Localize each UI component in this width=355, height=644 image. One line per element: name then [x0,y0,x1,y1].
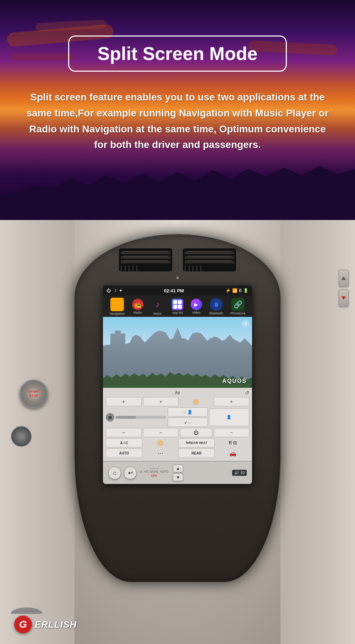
radio-icon: 📻 [132,299,143,310]
dot-2 [152,468,153,469]
status-left-icons: ⏻ ☽ ✦ [106,288,122,293]
right-temp-plus[interactable]: + [214,397,250,406]
airflow-buttons: → 👤 ↙ ⌣ [168,407,208,427]
brand-logo: G ERLLISH [14,616,77,633]
climate-indicators: 🌡 A/C DUAL AUTO OFF [140,468,169,478]
vent-slat [121,256,170,259]
vent-slat [185,251,234,254]
vent-vertical-slats-right [185,265,234,271]
home-button[interactable]: ⌂ [108,467,121,479]
power-btn-climate[interactable]: ⏻ [180,428,212,437]
vent-vertical-slats [121,265,170,271]
speaker-icon: 🔊 [234,470,239,475]
app-radio[interactable]: 📻 Radio [132,299,143,314]
climate-title: Air [154,390,202,395]
dot-3 [153,468,154,469]
brightness-icon: ✦ [119,288,122,293]
bluetooth-icon-circle: ʙ [210,298,223,311]
radio-label: Radio [133,311,142,314]
left-temp-plus[interactable]: + [106,397,142,406]
rear-heat-icon: 🌬 [186,441,189,445]
page-title: Split Screen Mode [98,43,258,64]
refresh-icon: ↺ [243,321,247,326]
auto-button[interactable]: AUTO [106,448,142,458]
mountain-layer-front [0,156,355,220]
climate-refresh-button[interactable]: ↺ [201,390,249,396]
climate-power[interactable]: ⏻ [180,428,212,437]
brand-name: ERLLISH [35,619,77,630]
vent-slat [121,260,170,263]
wifi-icon: 📶 [232,288,237,293]
off-label: OFF [151,474,157,478]
volume-controls: ▲ ▼ [173,464,183,481]
right-seat-btn[interactable]: 👤 [209,408,249,426]
grid-cell [178,300,182,304]
start-stop-label: STARTSTOP [28,390,39,398]
screen-unit: ⏻ ☽ ✦ 02:41 PM ⚡ 📶 B 🔋 [103,286,252,484]
climate-row-controls: ⊕ → 👤 ↙ ⌣ 👤 [106,407,249,427]
volume-up-button[interactable]: ▲ [173,464,183,472]
indicator-dot [176,277,179,279]
brand-letter: G [19,619,27,630]
dot-4 [155,468,156,469]
up-arrow-icon [342,276,346,280]
left-temp-minus[interactable]: − [106,428,142,437]
status-time: 02:41 PM [122,288,225,293]
climate-row-ac: A / C 🔆 🌬 REAR HEAT R ⊟ [106,438,249,447]
dot-1 [150,468,151,469]
phonelink-label: PhoneLink [230,312,246,315]
status-right-icons: ⚡ 📶 B 🔋 [225,288,248,293]
music-note-icon: ♪ [155,300,159,309]
fan-slider-fill [116,416,136,419]
navigation-label: Navigation [109,312,125,315]
fan-speed-minus[interactable]: − [143,428,179,437]
off-indicator: OFF [151,474,157,478]
app-music[interactable]: ♪ Music [151,298,164,315]
ac-button[interactable]: A / C [106,438,142,447]
app-navigation[interactable]: Navigation [109,298,125,315]
rear-heat-label: REAR HEAT [189,441,207,445]
right-seat-control: 👤 [209,408,249,426]
fan-speed-plus[interactable]: + [143,397,179,406]
climate-row-plus: + + 🔆 + [106,397,249,406]
seat-heat-icon: ⋯ [144,448,177,458]
start-stop-button[interactable]: STARTSTOP [20,380,48,408]
dot-5 [157,468,158,469]
ac-indicator: 🌡 [140,470,143,473]
airflow-floor-btn[interactable]: ↙ ⌣ [168,418,208,427]
down-arrow-icon [342,296,346,300]
music-icon: ♪ [151,298,164,311]
music-label: Music [153,312,162,315]
rear-button[interactable]: REAR [178,448,215,458]
phonelink-icon-box: 🔗 [231,298,244,311]
climate-row-minus: − − ⏻ − [106,428,249,437]
video-icon: ▶ [191,299,202,310]
fan-icon: ⊕ [106,413,114,422]
app-applist[interactable]: App list [172,299,183,314]
app-video[interactable]: ▶ Video [191,299,202,314]
r-defrost-icon: R ⊟ [216,438,249,447]
app-phonelink[interactable]: 🔗 PhoneLink [230,298,246,315]
right-temp-minus[interactable]: − [214,428,250,437]
vent-slat [185,260,234,263]
content-refresh-button[interactable]: ↺ [241,320,249,327]
video-label: Video [192,311,201,314]
split-screen-area: ↺ AQUOS Air ↺ + + [103,317,252,461]
volume-level: 🔊 10 [232,470,247,476]
fan-slider[interactable] [116,416,166,419]
airflow-direction-btn[interactable]: → 👤 [168,407,208,417]
ac-label: A/C [144,470,149,473]
right-side-button-down[interactable] [339,290,349,307]
back-button[interactable]: ↩ [124,467,137,479]
rear-heat-button[interactable]: 🌬 REAR HEAT [178,438,215,447]
app-bluetooth[interactable]: ʙ Bluetooth [209,298,223,315]
battery-icon: 🔋 [243,288,248,293]
head-unit: ⏻ ☽ ✦ 02:41 PM ⚡ 📶 B 🔋 [103,286,252,484]
volume-down-button[interactable]: ▼ [173,473,183,481]
grid-cell [173,300,177,304]
right-side-button-up[interactable] [339,270,349,287]
heated-seat-icon: 🔆 [144,438,177,447]
description-text: Split screen feature enables you to use … [0,89,355,153]
left-knob[interactable] [11,426,32,447]
bluetooth-label: Bluetooth [209,312,223,315]
